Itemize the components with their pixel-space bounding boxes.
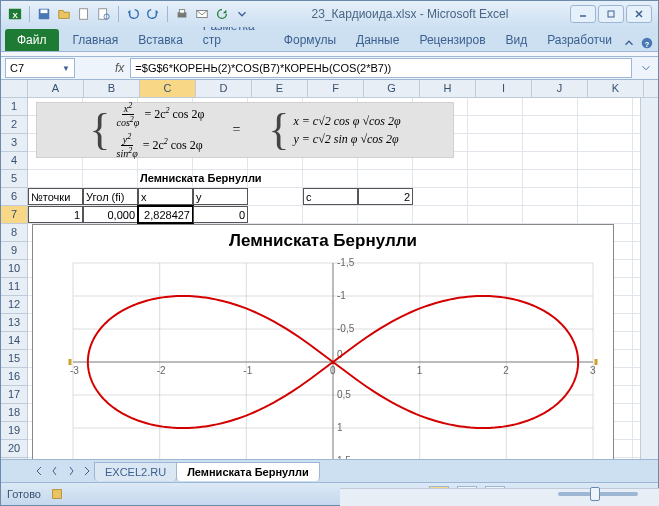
cell-D6[interactable]: y <box>193 188 248 205</box>
row-header-18[interactable]: 18 <box>1 404 27 422</box>
redo-icon[interactable] <box>145 6 161 22</box>
tab-insert[interactable]: Вставка <box>128 29 193 51</box>
refresh-icon[interactable] <box>214 6 230 22</box>
row-header-4[interactable]: 4 <box>1 152 27 170</box>
close-button[interactable] <box>626 5 652 23</box>
maximize-button[interactable] <box>598 5 624 23</box>
insert-function-button[interactable]: fx <box>115 61 124 75</box>
cell-K7[interactable] <box>578 206 633 223</box>
cell-K2[interactable] <box>578 116 633 133</box>
column-header-D[interactable]: D <box>196 80 252 97</box>
cell-G5[interactable] <box>358 170 413 187</box>
cell-E5[interactable] <box>248 170 303 187</box>
cell-C5[interactable]: Лемниската Бернулли <box>138 170 193 187</box>
cell-A6[interactable]: №точки <box>28 188 83 205</box>
row-header-7[interactable]: 7 <box>1 206 27 224</box>
cell-J1[interactable] <box>523 98 578 115</box>
equation-image[interactable]: { x2cos2φ = 2c2 cos 2φ y2sin2φ = 2c2 cos… <box>36 102 454 158</box>
cell-D7[interactable]: 0 <box>193 206 248 223</box>
cell-G7[interactable] <box>358 206 413 223</box>
undo-icon[interactable] <box>125 6 141 22</box>
row-header-14[interactable]: 14 <box>1 332 27 350</box>
name-box-dropdown-icon[interactable]: ▼ <box>62 64 70 73</box>
column-header-I[interactable]: I <box>476 80 532 97</box>
row-header-12[interactable]: 12 <box>1 296 27 314</box>
column-header-A[interactable]: A <box>28 80 84 97</box>
cell-J4[interactable] <box>523 152 578 169</box>
vertical-scrollbar[interactable] <box>640 98 658 459</box>
chart-object[interactable]: Лемниската Бернулли -3-2-101231,510,5-0,… <box>32 224 614 459</box>
row-header-5[interactable]: 5 <box>1 170 27 188</box>
cell-E7[interactable] <box>248 206 303 223</box>
cell-D5[interactable] <box>193 170 248 187</box>
cell-I2[interactable] <box>468 116 523 133</box>
tab-home[interactable]: Главная <box>63 29 129 51</box>
zoom-slider[interactable] <box>558 492 638 496</box>
sheet-nav-last[interactable] <box>79 463 95 479</box>
tab-data[interactable]: Данные <box>346 29 409 51</box>
cell-C7[interactable]: 2,828427 <box>138 206 193 223</box>
row-header-16[interactable]: 16 <box>1 368 27 386</box>
cell-J7[interactable] <box>523 206 578 223</box>
cell-K6[interactable] <box>578 188 633 205</box>
print-icon[interactable] <box>174 6 190 22</box>
horizontal-scrollbar[interactable] <box>340 488 659 506</box>
row-header-10[interactable]: 10 <box>1 260 27 278</box>
cell-B6[interactable]: Угол (fi) <box>83 188 138 205</box>
column-header-C[interactable]: C <box>140 80 196 97</box>
sheet-tab-excel2ru[interactable]: EXCEL2.RU <box>94 462 177 481</box>
cell-F7[interactable] <box>303 206 358 223</box>
tab-review[interactable]: Рецензиров <box>409 29 495 51</box>
row-header-20[interactable]: 20 <box>1 440 27 458</box>
row-header-3[interactable]: 3 <box>1 134 27 152</box>
macro-record-icon[interactable] <box>49 486 65 502</box>
cell-J3[interactable] <box>523 134 578 151</box>
cell-J2[interactable] <box>523 116 578 133</box>
cell-C6[interactable]: x <box>138 188 193 205</box>
row-header-6[interactable]: 6 <box>1 188 27 206</box>
formula-expand-icon[interactable] <box>638 60 654 76</box>
preview-icon[interactable] <box>96 6 112 22</box>
ribbon-minimize-icon[interactable] <box>622 35 636 51</box>
cell-H5[interactable] <box>413 170 468 187</box>
excel-icon[interactable]: X <box>7 6 23 22</box>
cell-K4[interactable] <box>578 152 633 169</box>
cell-I5[interactable] <box>468 170 523 187</box>
formula-input[interactable]: =$G$6*КОРЕНЬ(2)*COS(B7)*КОРЕНЬ(COS(2*B7)… <box>130 58 632 78</box>
cell-I4[interactable] <box>468 152 523 169</box>
cell-H6[interactable] <box>413 188 468 205</box>
cell-E6[interactable] <box>248 188 303 205</box>
new-icon[interactable] <box>76 6 92 22</box>
cell-B7[interactable]: 0,000 <box>83 206 138 223</box>
row-header-19[interactable]: 19 <box>1 422 27 440</box>
column-header-J[interactable]: J <box>532 80 588 97</box>
column-header-H[interactable]: H <box>420 80 476 97</box>
row-header-11[interactable]: 11 <box>1 278 27 296</box>
column-header-K[interactable]: K <box>588 80 644 97</box>
row-header-17[interactable]: 17 <box>1 386 27 404</box>
column-header-G[interactable]: G <box>364 80 420 97</box>
file-tab[interactable]: Файл <box>5 29 59 51</box>
open-icon[interactable] <box>56 6 72 22</box>
qat-more-icon[interactable] <box>234 6 250 22</box>
tab-view[interactable]: Вид <box>496 29 538 51</box>
save-icon[interactable] <box>36 6 52 22</box>
cell-I3[interactable] <box>468 134 523 151</box>
cell-F5[interactable] <box>303 170 358 187</box>
select-all-corner[interactable] <box>1 80 28 97</box>
cell-I1[interactable] <box>468 98 523 115</box>
cell-J6[interactable] <box>523 188 578 205</box>
row-header-13[interactable]: 13 <box>1 314 27 332</box>
sheet-nav-next[interactable] <box>63 463 79 479</box>
column-header-E[interactable]: E <box>252 80 308 97</box>
tab-developer[interactable]: Разработчи <box>537 29 622 51</box>
help-icon[interactable]: ? <box>640 35 654 51</box>
cell-H7[interactable] <box>413 206 468 223</box>
column-header-F[interactable]: F <box>308 80 364 97</box>
column-header-B[interactable]: B <box>84 80 140 97</box>
row-header-1[interactable]: 1 <box>1 98 27 116</box>
sheet-tab-lemniscate[interactable]: Лемниската Бернулли <box>176 462 320 481</box>
minimize-button[interactable] <box>570 5 596 23</box>
sheet-nav-first[interactable] <box>31 463 47 479</box>
cell-G6[interactable]: 2 <box>358 188 413 205</box>
